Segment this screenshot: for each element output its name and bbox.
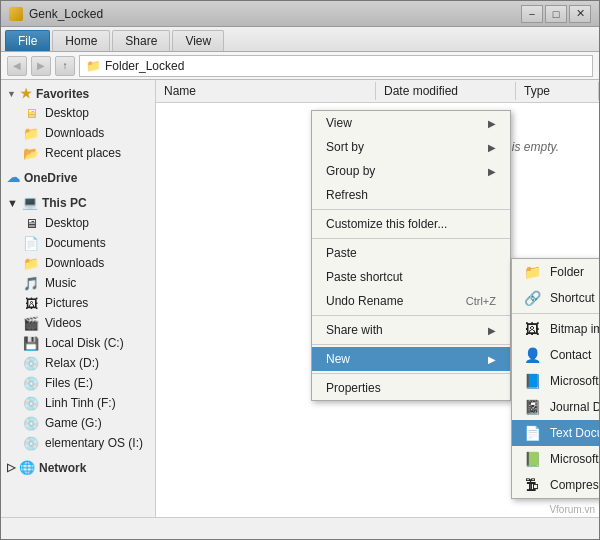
downloads-pc-icon: 📁 bbox=[23, 255, 39, 271]
sidebar-item-pictures[interactable]: 🖼 Pictures bbox=[1, 293, 155, 313]
onedrive-icon: ☁ bbox=[7, 170, 20, 185]
favorites-star-icon: ★ bbox=[20, 86, 32, 101]
ctx-groupby[interactable]: Group by ▶ bbox=[312, 159, 510, 183]
onedrive-header[interactable]: ☁ OneDrive bbox=[1, 167, 155, 188]
sidebar-item-desktop-pc[interactable]: 🖥 Desktop bbox=[1, 213, 155, 233]
ctx-undo-rename[interactable]: Undo Rename Ctrl+Z bbox=[312, 289, 510, 313]
sub-folder-label: Folder bbox=[550, 265, 584, 279]
ctx-paste-shortcut[interactable]: Paste shortcut bbox=[312, 265, 510, 289]
ctx-share[interactable]: Share with ▶ bbox=[312, 318, 510, 342]
sub-word-label: Microsoft Word Document bbox=[550, 374, 599, 388]
desktop-pc-label: Desktop bbox=[45, 216, 89, 230]
sidebar-item-relax[interactable]: 💿 Relax (D:) bbox=[1, 353, 155, 373]
ctx-sortby-label: Sort by bbox=[326, 140, 364, 154]
col-date[interactable]: Date modified bbox=[376, 82, 516, 100]
sidebar-item-local-disk[interactable]: 💾 Local Disk (C:) bbox=[1, 333, 155, 353]
ctx-new[interactable]: New ▶ bbox=[312, 347, 510, 371]
title-bar: Genk_Locked − □ ✕ bbox=[1, 1, 599, 27]
relax-label: Relax (D:) bbox=[45, 356, 99, 370]
ctx-paste-shortcut-label: Paste shortcut bbox=[326, 270, 403, 284]
sidebar-item-downloads-fav[interactable]: 📁 Downloads bbox=[1, 123, 155, 143]
sidebar-item-desktop-fav[interactable]: 🖥 Desktop bbox=[1, 103, 155, 123]
back-button[interactable]: ◀ bbox=[7, 56, 27, 76]
sub-contact-label: Contact bbox=[550, 348, 591, 362]
maximize-button[interactable]: □ bbox=[545, 5, 567, 23]
network-arrow: ▷ bbox=[7, 461, 15, 474]
videos-icon: 🎬 bbox=[23, 315, 39, 331]
sub-bitmap[interactable]: 🖼 Bitmap image bbox=[512, 316, 599, 342]
col-name[interactable]: Name bbox=[156, 82, 376, 100]
favorites-header[interactable]: ▼ ★ Favorites bbox=[1, 84, 155, 103]
thispc-header[interactable]: ▼ 💻 This PC bbox=[1, 192, 155, 213]
title-bar-left: Genk_Locked bbox=[9, 7, 103, 21]
sidebar-item-game[interactable]: 💿 Game (G:) bbox=[1, 413, 155, 433]
sidebar-item-elementary[interactable]: 💿 elementary OS (I:) bbox=[1, 433, 155, 453]
sub-folder[interactable]: 📁 Folder bbox=[512, 259, 599, 285]
sidebar-item-downloads-pc[interactable]: 📁 Downloads bbox=[1, 253, 155, 273]
address-path[interactable]: 📁 Folder_Locked bbox=[79, 55, 593, 77]
desktop-pc-icon: 🖥 bbox=[23, 215, 39, 231]
ctx-sortby[interactable]: Sort by ▶ bbox=[312, 135, 510, 159]
ctx-groupby-arrow: ▶ bbox=[488, 166, 496, 177]
sidebar-item-files[interactable]: 💿 Files (E:) bbox=[1, 373, 155, 393]
files-icon: 💿 bbox=[23, 375, 39, 391]
network-header[interactable]: ▷ 🌐 Network bbox=[1, 457, 155, 478]
ctx-view[interactable]: View ▶ bbox=[312, 111, 510, 135]
ctx-view-arrow: ▶ bbox=[488, 118, 496, 129]
sub-contact-icon: 👤 bbox=[522, 347, 542, 363]
forward-button[interactable]: ▶ bbox=[31, 56, 51, 76]
ctx-sep5 bbox=[312, 373, 510, 374]
ctx-customize[interactable]: Customize this folder... bbox=[312, 212, 510, 236]
ctx-groupby-label: Group by bbox=[326, 164, 375, 178]
sidebar-item-documents[interactable]: 📄 Documents bbox=[1, 233, 155, 253]
ctx-paste[interactable]: Paste bbox=[312, 241, 510, 265]
ctx-sep2 bbox=[312, 238, 510, 239]
ctx-view-label: View bbox=[326, 116, 352, 130]
sidebar-item-videos[interactable]: 🎬 Videos bbox=[1, 313, 155, 333]
sub-word[interactable]: 📘 Microsoft Word Document bbox=[512, 368, 599, 394]
sub-contact[interactable]: 👤 Contact bbox=[512, 342, 599, 368]
ctx-refresh[interactable]: Refresh bbox=[312, 183, 510, 207]
sidebar-item-recent[interactable]: 📂 Recent places bbox=[1, 143, 155, 163]
window-title: Genk_Locked bbox=[29, 7, 103, 21]
documents-icon: 📄 bbox=[23, 235, 39, 251]
onedrive-label: OneDrive bbox=[24, 171, 77, 185]
network-icon: 🌐 bbox=[19, 460, 35, 475]
sub-text-label: Text Document bbox=[550, 426, 599, 440]
local-disk-label: Local Disk (C:) bbox=[45, 336, 124, 350]
sub-bitmap-icon: 🖼 bbox=[522, 321, 542, 337]
ctx-undo-rename-shortcut: Ctrl+Z bbox=[466, 295, 496, 307]
recent-label: Recent places bbox=[45, 146, 121, 160]
tab-share[interactable]: Share bbox=[112, 30, 170, 51]
tab-view[interactable]: View bbox=[172, 30, 224, 51]
linhtinh-label: Linh Tinh (F:) bbox=[45, 396, 116, 410]
sidebar-item-linhtinh[interactable]: 💿 Linh Tinh (F:) bbox=[1, 393, 155, 413]
col-type[interactable]: Type bbox=[516, 82, 599, 100]
game-label: Game (G:) bbox=[45, 416, 102, 430]
sub-zip[interactable]: 🗜 Compressed (zipped) Fo... bbox=[512, 472, 599, 498]
new-submenu: 📁 Folder 🔗 Shortcut 🖼 Bitmap image 👤 Con… bbox=[511, 258, 599, 499]
ctx-properties[interactable]: Properties bbox=[312, 376, 510, 400]
ctx-paste-label: Paste bbox=[326, 246, 357, 260]
sub-shortcut-icon: 🔗 bbox=[522, 290, 542, 306]
downloads-fav-icon: 📁 bbox=[23, 125, 39, 141]
sub-text[interactable]: 📄 Text Document bbox=[512, 420, 599, 446]
tab-home[interactable]: Home bbox=[52, 30, 110, 51]
up-button[interactable]: ↑ bbox=[55, 56, 75, 76]
close-button[interactable]: ✕ bbox=[569, 5, 591, 23]
ctx-sep3 bbox=[312, 315, 510, 316]
ctx-share-arrow: ▶ bbox=[488, 325, 496, 336]
recent-icon: 📂 bbox=[23, 145, 39, 161]
sub-journal[interactable]: 📓 Journal Document bbox=[512, 394, 599, 420]
address-bar: ◀ ▶ ↑ 📁 Folder_Locked bbox=[1, 52, 599, 80]
tab-file[interactable]: File bbox=[5, 30, 50, 51]
sub-excel[interactable]: 📗 Microsoft Excel Worksheet bbox=[512, 446, 599, 472]
content-pane: Name Date modified Type This folder is e… bbox=[156, 80, 599, 517]
sidebar-item-music[interactable]: 🎵 Music bbox=[1, 273, 155, 293]
downloads-pc-label: Downloads bbox=[45, 256, 104, 270]
sub-text-icon: 📄 bbox=[522, 425, 542, 441]
sub-shortcut[interactable]: 🔗 Shortcut bbox=[512, 285, 599, 311]
sub-journal-label: Journal Document bbox=[550, 400, 599, 414]
minimize-button[interactable]: − bbox=[521, 5, 543, 23]
thispc-icon: 💻 bbox=[22, 195, 38, 210]
